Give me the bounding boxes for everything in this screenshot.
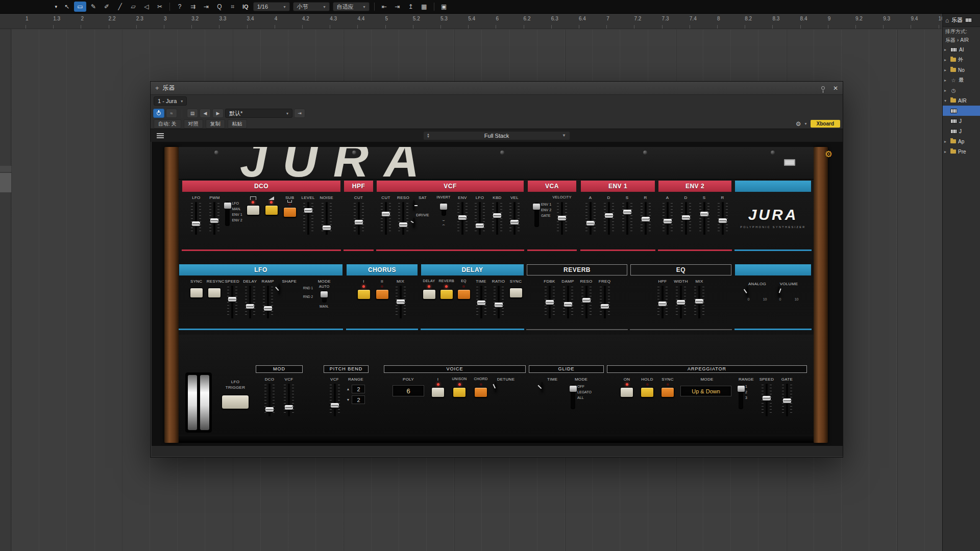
slider-track[interactable] — [681, 202, 691, 235]
xboard-button[interactable]: Xboard — [811, 120, 840, 128]
slider-track[interactable] — [264, 384, 275, 416]
browser-item[interactable]: ▸ ◷ — [943, 85, 980, 95]
macro-icon[interactable]: ⌗ — [227, 2, 239, 12]
arp-gate-slider[interactable]: GATE — [779, 377, 795, 416]
slider-cap[interactable] — [658, 302, 667, 306]
browser-item[interactable]: ▸ No — [943, 65, 980, 75]
slider-track[interactable] — [676, 286, 686, 318]
delay-eq-button[interactable] — [457, 289, 471, 299]
expand-icon[interactable]: ▸ — [944, 88, 948, 93]
nudge-right-icon[interactable]: ⇥ — [391, 2, 404, 12]
lfo-trigger-button[interactable] — [222, 395, 249, 409]
paint-tool[interactable]: ✐ — [101, 2, 113, 12]
arp-range-switch[interactable] — [739, 385, 743, 409]
env1-d-slider[interactable]: D — [601, 195, 617, 235]
snap-value-select[interactable]: 1/16▾ — [253, 2, 290, 11]
reverb-freq-slider[interactable]: FREQ — [597, 279, 612, 318]
arp-on-button[interactable] — [620, 387, 633, 397]
env2-d-slider[interactable]: D — [678, 195, 694, 235]
pwm-source-switch[interactable] — [225, 202, 230, 226]
pb-vcf-slider[interactable]: VCF — [327, 377, 342, 416]
eq-mix-slider[interactable]: MIX — [692, 279, 707, 318]
slider-track[interactable] — [322, 202, 332, 235]
browser-item[interactable]: ▸ 外 — [943, 55, 980, 65]
pulse-button[interactable] — [247, 205, 260, 215]
slider-cap[interactable] — [399, 222, 407, 227]
prev-preset-button[interactable]: ◀ — [200, 109, 211, 118]
slider-cap[interactable] — [605, 213, 613, 218]
delay-ratio-slider[interactable]: RATIO — [491, 279, 506, 318]
window-titlebar[interactable]: + 乐器 ✕ — [151, 82, 843, 95]
slider-cap[interactable] — [510, 220, 519, 224]
arp-hold-button[interactable] — [641, 387, 654, 397]
dco-noise-slider[interactable]: NOISE — [319, 195, 334, 235]
autoscroll-icon[interactable]: ⇥ — [200, 2, 212, 12]
browser-item[interactable]: J — [943, 126, 980, 136]
chorus-2-button[interactable] — [376, 289, 389, 299]
pin-icon[interactable] — [821, 86, 825, 90]
slider-cap[interactable] — [477, 300, 485, 305]
pitch-wheel[interactable] — [188, 375, 197, 430]
track-header[interactable] — [0, 166, 11, 172]
vcf-env-slider[interactable]: ENV — [455, 195, 470, 235]
power-button[interactable] — [153, 109, 164, 118]
stack-select[interactable]: ▲▼ Full Stack ▼ — [423, 131, 570, 140]
line-tool[interactable]: ╱ — [114, 2, 126, 12]
slider-track[interactable] — [475, 202, 485, 235]
dco-lfo-slider[interactable]: LFO — [188, 195, 204, 235]
follow-icon[interactable]: ⇉ — [187, 2, 199, 12]
env2-r-slider[interactable]: R — [715, 195, 730, 235]
slider-cap[interactable] — [246, 304, 254, 309]
dco-level-slider[interactable]: LEVEL — [301, 195, 316, 235]
slider-cap[interactable] — [682, 215, 690, 220]
delay-reverb-button[interactable] — [440, 289, 453, 299]
close-icon[interactable]: ✕ — [833, 85, 838, 92]
arp-speed-slider[interactable]: SPEED — [759, 377, 774, 416]
switch-handle[interactable] — [570, 386, 577, 392]
voice-chord-button[interactable] — [474, 387, 487, 397]
slider-cap[interactable] — [397, 299, 405, 304]
reverb-reso-slider[interactable]: RESO — [579, 279, 594, 318]
slider-track[interactable] — [782, 384, 792, 416]
slider-cap[interactable] — [719, 218, 727, 223]
home-icon[interactable]: ⌂ — [945, 17, 949, 24]
slider-track[interactable] — [330, 384, 340, 416]
adaptive-select[interactable]: 自适应▾ — [333, 2, 370, 11]
slider-cap[interactable] — [476, 223, 484, 228]
lfo-resync-button[interactable] — [208, 288, 221, 298]
mute-tool[interactable]: ◁ — [140, 2, 153, 12]
lfo-delay-slider[interactable]: DELAY — [242, 279, 258, 318]
switch-handle[interactable] — [224, 203, 231, 209]
menu-icon[interactable] — [157, 135, 164, 136]
sub-button[interactable] — [283, 207, 297, 217]
slider-track[interactable] — [657, 286, 668, 318]
switch-handle[interactable] — [321, 291, 328, 297]
pointer-tool[interactable]: ↖ — [61, 2, 73, 12]
poly-display[interactable]: 6 — [393, 385, 424, 396]
expand-icon[interactable]: ▸ — [944, 78, 948, 83]
slider-cap[interactable] — [228, 297, 236, 302]
quantize-icon[interactable]: Q — [213, 2, 226, 12]
chevron-down-icon[interactable]: ▾ — [805, 121, 807, 126]
automation-toggle[interactable]: 自动: 关 — [154, 119, 181, 129]
slider-track[interactable] — [694, 286, 704, 318]
slider-cap[interactable] — [664, 219, 672, 223]
slider-track[interactable] — [494, 286, 504, 318]
browser-item[interactable]: ▸ AI — [943, 44, 980, 55]
volume-knob[interactable] — [778, 286, 780, 297]
breadcrumb-root[interactable]: 乐器 — [945, 37, 955, 44]
slider-track[interactable] — [245, 286, 255, 318]
vca-mode-switch[interactable] — [534, 203, 539, 227]
slider-cap[interactable] — [355, 220, 363, 224]
glide-time-knob[interactable] — [541, 382, 543, 392]
slider-track[interactable] — [600, 286, 610, 318]
switch-handle[interactable] — [533, 204, 540, 210]
lfo-ramp-slider[interactable]: RAMP — [260, 279, 276, 318]
range-tool[interactable]: ▭ — [74, 2, 86, 12]
delay-time-slider[interactable]: TIME — [474, 279, 489, 318]
slider-track[interactable] — [284, 384, 294, 416]
slider-track[interactable] — [545, 286, 555, 318]
slider-track[interactable] — [492, 202, 502, 235]
slider-track[interactable] — [557, 202, 567, 235]
slider-cap[interactable] — [558, 216, 566, 220]
